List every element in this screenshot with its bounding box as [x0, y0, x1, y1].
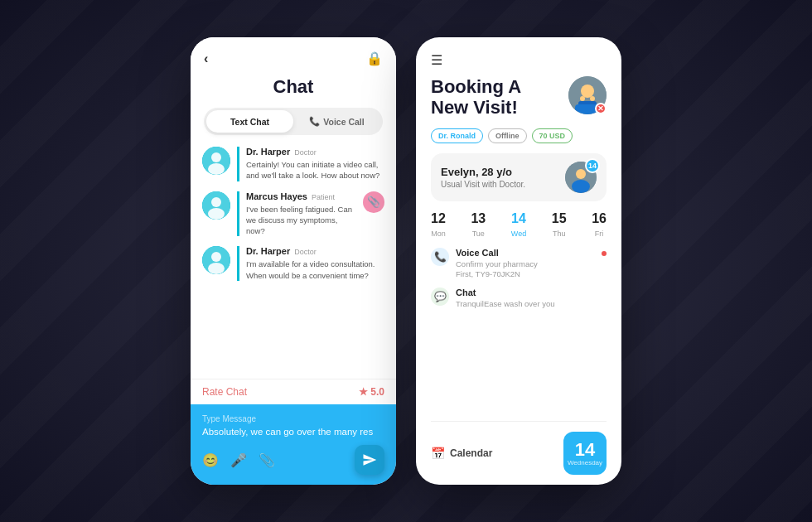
svg-point-7 — [211, 252, 221, 262]
message-item: Dr. Harper Doctor Certainly! You can ini… — [202, 147, 384, 181]
doctor-avatar-wrap: ✕ — [568, 76, 607, 114]
chat-top: ‹ 🔒 Chat Text Chat 📞 Voice Call — [191, 37, 396, 147]
cal-day-fri[interactable]: 16 Fri — [592, 211, 607, 238]
booking-panel: ☰ Booking A New Visit! — [416, 37, 621, 485]
svg-point-1 — [211, 152, 221, 162]
appt-details: Chat TranquilEase wash over you — [456, 288, 555, 309]
tab-voice-call[interactable]: 📞 Voice Call — [293, 110, 380, 133]
tag-price: 70 USD — [532, 128, 573, 143]
svg-point-5 — [208, 208, 225, 220]
svg-point-13 — [580, 96, 585, 101]
patient-info: Evelyn, 28 y/o Usual Visit with Doctor. — [441, 166, 525, 189]
svg-point-2 — [208, 163, 225, 175]
mic-icon[interactable]: 🎤 — [230, 452, 247, 468]
cal-day-mon[interactable]: 12 Mon — [431, 211, 446, 238]
type-text[interactable]: Absolutely, we can go over the many res — [202, 427, 384, 437]
svg-point-8 — [208, 263, 225, 274]
chat-messages: Dr. Harper Doctor Certainly! You can ini… — [191, 147, 396, 379]
sender-name: Marcus Hayes — [246, 191, 307, 201]
message-item: Marcus Hayes Patient I've been feeling f… — [202, 191, 384, 237]
svg-point-17 — [572, 180, 590, 193]
svg-point-16 — [576, 169, 586, 179]
rate-row: Rate Chat ★ 5.0 — [191, 379, 396, 404]
calendar-icon: 📅 — [431, 447, 445, 460]
sender-role: Patient — [312, 193, 335, 201]
attachment-icon[interactable]: 📎 — [363, 191, 384, 213]
notification-dot — [602, 251, 607, 256]
cal-day-thu[interactable]: 15 Thu — [552, 211, 567, 238]
patient-badge: 14 — [585, 158, 600, 173]
rate-score: ★ 5.0 — [359, 386, 384, 398]
avatar — [202, 246, 230, 274]
calendar-label[interactable]: 📅 Calendar — [431, 447, 492, 460]
patient-card: Evelyn, 28 y/o Usual Visit with Doctor. … — [431, 153, 607, 201]
sender-role: Doctor — [294, 148, 317, 157]
svg-point-10 — [581, 85, 594, 98]
chat-header: ‹ 🔒 — [204, 51, 383, 66]
sender-name: Dr. Harper — [246, 147, 290, 157]
sender-role: Doctor — [294, 248, 317, 256]
message-content: Dr. Harper Doctor Certainly! You can ini… — [237, 147, 384, 181]
calendar-strip: 12 Mon 13 Tue 14 Wed 15 Thu 16 Fri — [431, 211, 607, 238]
chat-icon: 💬 — [431, 288, 449, 306]
appt-details: Voice Call Confirm your pharmacyFirst, T… — [456, 248, 538, 280]
booking-bottom: 📅 Calendar 14 Wednesday — [431, 421, 607, 485]
appt-subtitle: Confirm your pharmacyFirst, TY9-70JK2N — [456, 259, 538, 280]
phone-icon: 📞 — [309, 116, 320, 127]
bottom-icons: 😊 🎤 📎 — [202, 445, 384, 475]
message-meta: Dr. Harper Doctor — [246, 246, 384, 256]
chat-bottom: Type Message Absolutely, we can go over … — [191, 404, 396, 485]
tag-doctor: Dr. Ronald — [431, 128, 483, 143]
message-content: Dr. Harper Doctor I'm available for a vi… — [237, 246, 384, 281]
type-label: Type Message — [202, 414, 384, 423]
appointment-voice: 📞 Voice Call Confirm your pharmacyFirst,… — [431, 248, 607, 280]
voice-call-icon: 📞 — [431, 248, 449, 266]
svg-point-14 — [590, 96, 595, 101]
avatar-status-dot: ✕ — [595, 103, 607, 114]
patient-avatar-wrap: 14 — [565, 162, 597, 193]
lock-icon: 🔒 — [366, 51, 383, 66]
app-wrapper: ‹ 🔒 Chat Text Chat 📞 Voice Call — [191, 37, 621, 485]
rate-label[interactable]: Rate Chat — [202, 386, 247, 398]
message-text: I'm available for a video consultation. … — [246, 259, 384, 281]
patient-name: Evelyn, 28 y/o — [441, 166, 525, 178]
cal-day-tue[interactable]: 13 Tue — [471, 211, 486, 238]
patient-visit: Usual Visit with Doctor. — [441, 180, 525, 189]
date-box-day: Wednesday — [568, 459, 602, 466]
avatar — [202, 191, 230, 220]
appt-title: Chat — [456, 288, 555, 297]
date-box[interactable]: 14 Wednesday — [563, 432, 607, 475]
sender-name: Dr. Harper — [246, 246, 290, 256]
appt-title: Voice Call — [456, 248, 538, 258]
chat-panel: ‹ 🔒 Chat Text Chat 📞 Voice Call — [191, 37, 396, 485]
message-content: Marcus Hayes Patient I've been feeling f… — [237, 191, 356, 237]
avatar — [202, 147, 230, 175]
message-meta: Dr. Harper Doctor — [246, 147, 384, 157]
menu-icon[interactable]: ☰ — [431, 52, 607, 68]
appointment-list: 📞 Voice Call Confirm your pharmacyFirst,… — [431, 248, 607, 421]
tag-status: Offline — [488, 128, 527, 143]
message-meta: Marcus Hayes Patient — [246, 191, 356, 201]
message-item: Dr. Harper Doctor I'm available for a vi… — [202, 246, 384, 281]
send-button[interactable] — [355, 445, 384, 475]
booking-title: Booking A New Visit! — [431, 76, 521, 118]
date-box-number: 14 — [575, 441, 595, 459]
message-text: I've been feeling fatigued. Can we discu… — [246, 204, 356, 237]
appt-subtitle: TranquilEase wash over you — [456, 299, 555, 309]
svg-point-4 — [211, 197, 221, 207]
cal-day-wed[interactable]: 14 Wed — [511, 211, 526, 238]
emoji-icon[interactable]: 😊 — [202, 452, 219, 468]
back-button[interactable]: ‹ — [204, 51, 208, 66]
tags-row: Dr. Ronald Offline 70 USD — [431, 128, 607, 143]
tab-switcher: Text Chat 📞 Voice Call — [204, 108, 383, 135]
chat-title: Chat — [204, 76, 383, 98]
message-text: Certainly! You can initiate a video call… — [246, 159, 384, 181]
tab-text-chat[interactable]: Text Chat — [206, 110, 293, 133]
paperclip-icon[interactable]: 📎 — [259, 452, 275, 468]
appointment-chat: 💬 Chat TranquilEase wash over you — [431, 288, 607, 309]
booking-title-row: Booking A New Visit! ✕ — [431, 76, 607, 118]
